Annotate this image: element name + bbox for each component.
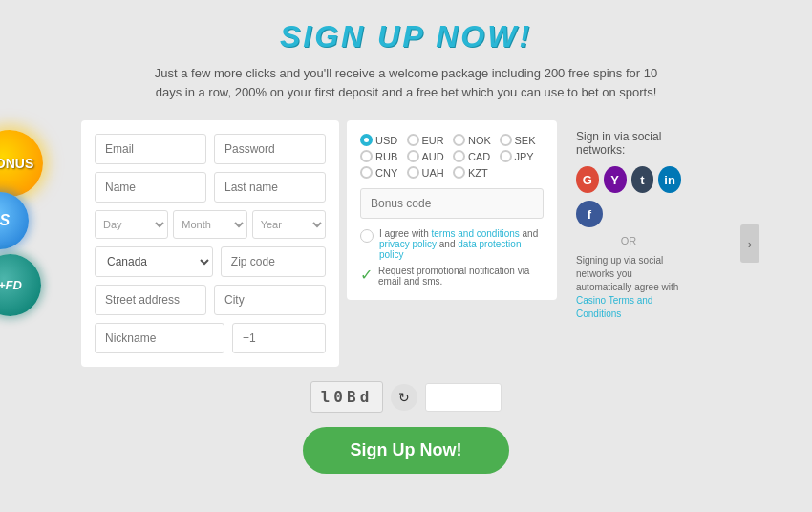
currency-radio-eur[interactable] bbox=[407, 134, 419, 146]
currency-item-eur[interactable]: EUR bbox=[407, 134, 452, 146]
privacy-link[interactable]: privacy policy bbox=[379, 239, 437, 249]
linkedin-signin-button[interactable]: in bbox=[658, 166, 681, 193]
terms-link[interactable]: terms and conditions bbox=[431, 228, 519, 239]
signup-button[interactable]: Sign Up Now! bbox=[303, 427, 510, 474]
currency-radio-nok[interactable] bbox=[453, 134, 465, 146]
currency-label-jpy: JPY bbox=[515, 151, 534, 162]
country-select[interactable]: Canada bbox=[95, 246, 213, 277]
mascot-left: BONUS FS +FD bbox=[0, 120, 72, 331]
badge-fs: FS bbox=[0, 192, 29, 249]
currency-item-uah[interactable]: UAH bbox=[407, 166, 452, 179]
country-row: Canada bbox=[95, 246, 326, 277]
terms-radio[interactable] bbox=[360, 229, 374, 243]
badge-bonus: BONUS bbox=[0, 130, 43, 197]
email-field[interactable] bbox=[95, 134, 206, 164]
promo-text: Request promotional notification via ema… bbox=[378, 266, 544, 287]
city-field[interactable] bbox=[214, 285, 326, 315]
social-signup-text: Signing up via social networks you autom… bbox=[576, 254, 681, 321]
day-select[interactable]: Day bbox=[95, 210, 168, 239]
currency-radio-usd[interactable] bbox=[360, 134, 373, 146]
currency-radio-jpy[interactable] bbox=[500, 150, 512, 162]
social-section: Sign in via social networks: G Y t in f … bbox=[566, 120, 691, 331]
month-select[interactable]: Month bbox=[173, 210, 246, 239]
street-field[interactable] bbox=[95, 285, 206, 315]
currency-item-rub[interactable]: RUB bbox=[360, 150, 405, 162]
currency-label-usd: USD bbox=[375, 135, 397, 146]
currency-label-rub: RUB bbox=[375, 151, 397, 162]
year-select[interactable]: Year bbox=[252, 210, 326, 239]
casino-terms-link[interactable]: Casino Terms and Conditions bbox=[576, 295, 652, 319]
right-arrow-button[interactable]: › bbox=[740, 224, 759, 263]
zip-field[interactable] bbox=[221, 246, 326, 277]
currency-item-sek[interactable]: SEK bbox=[500, 134, 545, 146]
currency-grid: USDEURNOKSEKRUBAUDCADJPYCNYUAHKZT bbox=[360, 134, 544, 179]
currency-item-usd[interactable]: USD bbox=[360, 134, 405, 146]
currency-radio-cny[interactable] bbox=[360, 166, 373, 179]
captcha-input[interactable] bbox=[425, 383, 502, 412]
lastname-field[interactable] bbox=[214, 172, 326, 203]
social-icons: G Y t in bbox=[576, 166, 681, 193]
currency-label-eur: EUR bbox=[422, 135, 444, 146]
phone-field[interactable] bbox=[232, 323, 326, 353]
or-divider: OR bbox=[576, 235, 681, 246]
currency-radio-cad[interactable] bbox=[453, 150, 465, 162]
date-row: Day Month Year bbox=[95, 210, 326, 239]
currency-item-nok[interactable]: NOK bbox=[453, 134, 498, 146]
yahoo-signin-button[interactable]: Y bbox=[604, 166, 627, 193]
terms-row: I agree with terms and conditions and pr… bbox=[360, 228, 544, 260]
captcha-refresh-button[interactable]: ↻ bbox=[391, 384, 417, 411]
facebook-signin-button[interactable]: f bbox=[576, 201, 603, 227]
terms-text: I agree with terms and conditions and pr… bbox=[379, 228, 544, 260]
currency-label-sek: SEK bbox=[515, 135, 536, 146]
bonus-input-row bbox=[360, 188, 544, 219]
password-field[interactable] bbox=[214, 134, 326, 164]
badge-coins: +FD bbox=[0, 254, 41, 316]
currency-item-cny[interactable]: CNY bbox=[360, 166, 405, 179]
currency-radio-kzt[interactable] bbox=[453, 166, 465, 179]
currency-radio-aud[interactable] bbox=[407, 150, 419, 162]
currency-label-kzt: KZT bbox=[468, 167, 488, 179]
currency-radio-uah[interactable] bbox=[407, 166, 419, 179]
currency-label-uah: UAH bbox=[422, 167, 444, 179]
currency-label-nok: NOK bbox=[468, 135, 491, 146]
captcha-image: l0Bd bbox=[310, 381, 384, 413]
page-title: SIGN UP NOW! bbox=[280, 19, 532, 54]
phone-row bbox=[95, 323, 326, 353]
captcha-row: l0Bd ↻ bbox=[310, 381, 502, 413]
currency-radio-rub[interactable] bbox=[360, 150, 373, 162]
currency-item-kzt[interactable]: KZT bbox=[453, 166, 498, 179]
bonus-code-field[interactable] bbox=[360, 188, 544, 219]
tumblr-signin-button[interactable]: t bbox=[631, 166, 654, 193]
promo-check-icon: ✓ bbox=[360, 266, 373, 284]
promo-row: ✓ Request promotional notification via e… bbox=[360, 266, 544, 287]
currency-item-cad[interactable]: CAD bbox=[453, 150, 498, 162]
social-title: Sign in via social networks: bbox=[576, 130, 681, 157]
currency-section: USDEURNOKSEKRUBAUDCADJPYCNYUAHKZT I agre… bbox=[347, 120, 557, 300]
currency-label-aud: AUD bbox=[422, 151, 444, 162]
currency-radio-sek[interactable] bbox=[500, 134, 512, 146]
currency-item-jpy[interactable]: JPY bbox=[500, 150, 545, 162]
form-section: Day Month Year Canada bbox=[81, 120, 339, 367]
subtitle: Just a few more clicks and you'll receiv… bbox=[155, 64, 657, 101]
currency-label-cad: CAD bbox=[468, 151, 490, 162]
currency-label-cny: CNY bbox=[375, 167, 397, 179]
currency-item-aud[interactable]: AUD bbox=[407, 150, 452, 162]
name-field[interactable] bbox=[95, 172, 206, 203]
nickname-field[interactable] bbox=[95, 323, 224, 353]
google-signin-button[interactable]: G bbox=[576, 166, 599, 193]
